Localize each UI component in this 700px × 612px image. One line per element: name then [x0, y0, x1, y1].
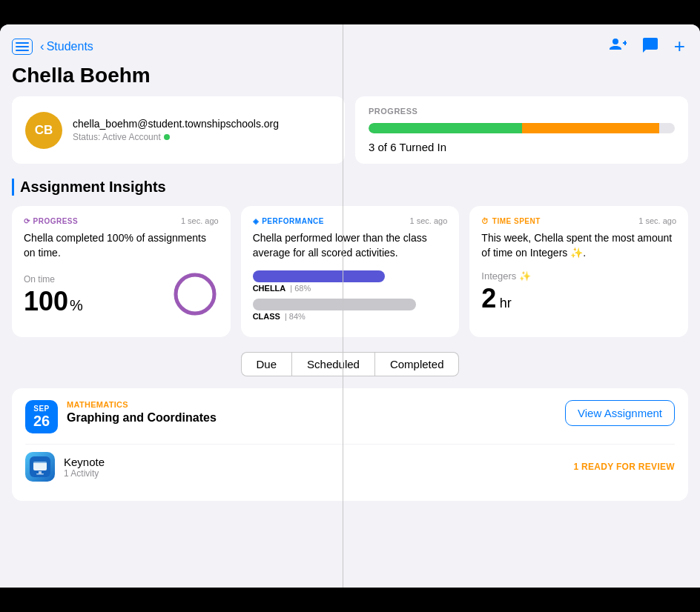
insight-card-time: ⏱ TIME SPENT 1 sec. ago This week, Chell…: [469, 206, 688, 337]
divider-line: [343, 24, 343, 588]
date-badge: SEP 26: [25, 400, 58, 433]
status-dot-icon: [164, 134, 170, 140]
profile-card: CB chella_boehm@student.townshipschools.…: [12, 96, 345, 164]
activity-icon: [25, 452, 55, 482]
student-bar-label: CHELLA | 68%: [253, 284, 448, 293]
profile-email: chella_boehm@student.townshipschools.org: [73, 118, 279, 130]
insight-tag-progress: ⟳ PROGRESS: [24, 217, 78, 225]
filter-completed-button[interactable]: Completed: [375, 352, 460, 376]
activity-row: Keynote 1 Activity 1 READY FOR REVIEW: [25, 444, 675, 489]
progress-bar-orange: [522, 123, 660, 133]
insight-tag-time: ⏱ TIME SPENT: [481, 217, 541, 225]
filter-due-button[interactable]: Due: [241, 352, 292, 376]
content-area: CB chella_boehm@student.townshipschools.…: [0, 96, 700, 585]
activity-sub: 1 Activity: [64, 468, 105, 479]
chevron-left-icon: ‹: [40, 39, 44, 54]
toggle-bar: [16, 50, 29, 51]
perf-bars: CHELLA | 68% CLASS | 84%: [253, 270, 448, 321]
progress-tag-icon: ⟳: [24, 217, 30, 225]
insight-card-progress: ⟳ PROGRESS 1 sec. ago Chella completed 1…: [12, 206, 231, 337]
activity-info: Keynote 1 Activity: [64, 456, 105, 479]
class-bar: [253, 299, 417, 310]
student-bar-row: CHELLA | 68%: [253, 270, 448, 293]
assignment-title: Graphing and Coordinates: [67, 411, 217, 425]
view-assignment-button[interactable]: View Assignment: [565, 400, 675, 426]
activity-status: 1 READY FOR REVIEW: [573, 462, 675, 472]
progress-card-label: PROGRESS: [369, 107, 675, 116]
svg-rect-4: [33, 462, 47, 463]
insight-desc: Chella performed lower than the class av…: [253, 231, 448, 260]
svg-rect-5: [39, 471, 42, 473]
profile-info: chella_boehm@student.townshipschools.org…: [73, 118, 279, 142]
add-icon[interactable]: +: [674, 35, 685, 58]
metric-label: On time: [24, 274, 83, 285]
date-day: 26: [33, 413, 50, 429]
sidebar-toggle-button[interactable]: [12, 39, 33, 55]
insights-section-title: Assignment Insights: [12, 179, 688, 196]
insight-tag-performance: ◈ PERFORMANCE: [253, 217, 324, 225]
filter-tabs: Due Scheduled Completed: [12, 352, 688, 376]
insight-desc: Chella completed 100% of assignments on …: [24, 231, 219, 260]
progress-ring-svg: [171, 270, 219, 318]
svg-point-1: [176, 275, 214, 313]
insight-time: 1 sec. ago: [410, 216, 448, 225]
class-bar-row: CLASS | 84%: [253, 299, 448, 321]
status-label: Status: Active Account: [73, 132, 161, 142]
header: ‹ Students +: [0, 24, 700, 64]
assignment-info: MATHEMATICS Graphing and Coordinates: [67, 400, 217, 425]
insight-desc: This week, Chella spent the most amount …: [481, 231, 676, 260]
progress-summary: 3 of 6 Turned In: [369, 141, 675, 153]
insight-header: ⏱ TIME SPENT 1 sec. ago: [481, 216, 676, 225]
chat-icon[interactable]: [641, 36, 659, 57]
header-right: +: [609, 35, 685, 58]
class-bar-label: CLASS | 84%: [253, 312, 448, 321]
date-month: SEP: [33, 405, 50, 413]
filter-scheduled-button[interactable]: Scheduled: [291, 352, 375, 376]
toggle-bar: [16, 42, 29, 44]
insight-header: ◈ PERFORMANCE 1 sec. ago: [253, 216, 448, 225]
header-left: ‹ Students: [12, 39, 93, 55]
activity-name: Keynote: [64, 456, 105, 468]
profile-status: Status: Active Account: [73, 132, 279, 142]
insight-time: 1 sec. ago: [638, 216, 676, 225]
insights-row: ⟳ PROGRESS 1 sec. ago Chella completed 1…: [12, 206, 688, 337]
assignment-card: SEP 26 MATHEMATICS Graphing and Coordina…: [12, 388, 688, 501]
time-value: 2: [481, 283, 496, 313]
progress-bar: [369, 123, 675, 133]
keynote-icon: [30, 456, 50, 477]
assignment-subject: MATHEMATICS: [67, 400, 217, 409]
progress-card: PROGRESS 3 of 6 Turned In: [355, 96, 688, 164]
assignment-header: SEP 26 MATHEMATICS Graphing and Coordina…: [25, 400, 675, 433]
back-button[interactable]: ‹ Students: [40, 39, 93, 54]
clock-icon: ⏱: [481, 217, 489, 225]
top-row: CB chella_boehm@student.townshipschools.…: [12, 96, 688, 164]
time-topic: Integers ✨: [481, 270, 676, 282]
page-title: Chella Boehm: [0, 64, 700, 96]
insight-card-performance: ◈ PERFORMANCE 1 sec. ago Chella performe…: [241, 206, 460, 337]
metric-value: 100%: [24, 286, 83, 317]
avatar: CB: [25, 112, 62, 149]
progress-ring-container: [171, 270, 219, 321]
time-unit: hr: [500, 296, 512, 310]
activity-left: Keynote 1 Activity: [25, 452, 105, 482]
svg-rect-6: [36, 473, 44, 475]
insight-header: ⟳ PROGRESS 1 sec. ago: [24, 216, 219, 225]
back-label: Students: [47, 40, 93, 53]
assignment-left: SEP 26 MATHEMATICS Graphing and Coordina…: [25, 400, 217, 433]
student-bar: [253, 270, 386, 282]
time-metric: Integers ✨ 2 hr: [481, 270, 676, 314]
progress-bar-green: [369, 123, 522, 133]
toggle-bar: [16, 46, 29, 47]
performance-tag-icon: ◈: [253, 217, 260, 225]
insight-time: 1 sec. ago: [181, 216, 219, 225]
add-student-icon[interactable]: [609, 36, 627, 57]
